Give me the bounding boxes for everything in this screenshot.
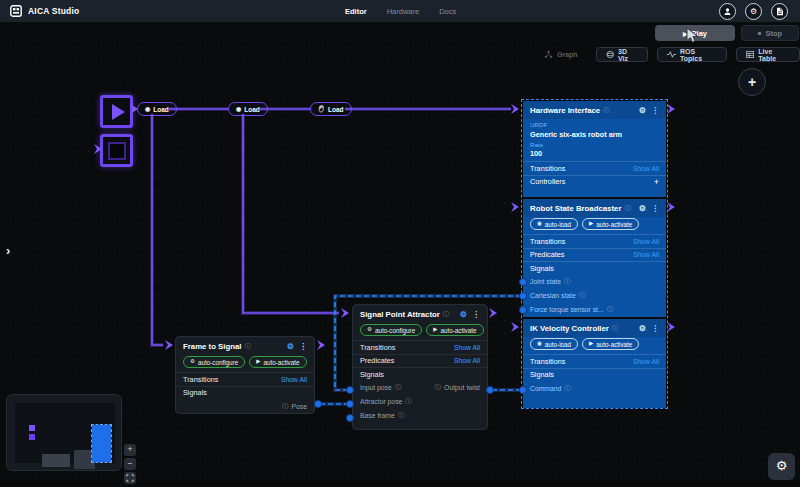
show-all-link[interactable]: Show All: [454, 357, 480, 364]
minimap[interactable]: [6, 394, 122, 471]
plus-icon: +: [748, 74, 756, 90]
auto-activate-pill[interactable]: ▶ auto-activate: [582, 338, 639, 350]
node-title: Signal Point Attractor: [360, 310, 440, 319]
pill-label: auto-activate: [263, 359, 299, 366]
logs-button[interactable]: [771, 3, 788, 20]
show-all-link[interactable]: Show All: [633, 251, 659, 258]
minimap-node: [92, 425, 111, 462]
node-settings-icon[interactable]: ⚙: [460, 310, 467, 319]
port-command[interactable]: Command ⓘ: [523, 381, 666, 395]
add-component-button[interactable]: +: [738, 68, 766, 96]
info-icon[interactable]: ⓘ: [624, 204, 631, 213]
port-cartesian-state[interactable]: Cartesian state ⓘ: [523, 289, 666, 303]
load-button-3[interactable]: Load: [310, 102, 352, 116]
live-table-button[interactable]: Live Table: [736, 47, 800, 62]
pill-label: auto-load: [545, 221, 571, 228]
field-label: URDF: [530, 121, 659, 128]
app-title: AICA Studio: [28, 6, 79, 16]
node-frame-to-signal[interactable]: Frame to Signal ⓘ ⚙ ⋮ ⚙ auto-configure ▶…: [175, 336, 315, 414]
field-value: Generic six-axis robot arm: [530, 130, 659, 139]
node-menu-icon[interactable]: ⋮: [299, 342, 307, 351]
node-hardware-interface[interactable]: Hardware Interface ⓘ ⚙ ⋮ URDF Generic si…: [523, 101, 666, 197]
play-icon: ▶: [683, 30, 688, 37]
info-icon: ⓘ: [282, 402, 289, 411]
tab-docs[interactable]: Docs: [439, 7, 456, 16]
port-force-torque[interactable]: Force torque sensor st... ⓘ: [523, 303, 666, 317]
port-row: Input pose ⓘ ⓘ Output twist: [353, 381, 487, 395]
load-button-2[interactable]: ◉ Load: [228, 102, 268, 116]
auto-activate-pill[interactable]: ▶ auto-activate: [426, 324, 483, 336]
node-menu-icon[interactable]: ⋮: [472, 310, 480, 319]
transitions-label: Transitions: [530, 357, 565, 366]
field-label: Rate: [530, 141, 659, 148]
ros-topics-button[interactable]: ROS Topics: [657, 47, 727, 62]
play-icon: ▶: [256, 359, 260, 365]
node-signal-point-attractor[interactable]: Signal Point Attractor ⓘ ⚙ ⋮ ⚙ auto-conf…: [352, 304, 488, 430]
port-joint-state[interactable]: Joint state ⓘ: [523, 275, 666, 289]
canvas-settings-button[interactable]: ⚙: [768, 453, 795, 480]
zoom-out-button[interactable]: −: [124, 458, 136, 470]
app-logo[interactable]: AICA Studio: [10, 5, 79, 17]
expand-sidebar-button[interactable]: ›: [6, 243, 10, 258]
node-menu-icon[interactable]: ⋮: [651, 204, 659, 213]
view-switcher: Graph 3D Viz ROS Topics Live Table: [535, 47, 800, 62]
signals-label: Signals: [183, 388, 207, 397]
zoom-in-button[interactable]: +: [124, 444, 136, 456]
info-icon[interactable]: ⓘ: [603, 106, 610, 115]
play-button[interactable]: ▶ Play: [655, 25, 735, 41]
auto-load-pill[interactable]: ◉ auto-load: [530, 338, 578, 350]
add-controller-button[interactable]: +: [654, 177, 659, 187]
info-icon[interactable]: ⓘ: [443, 310, 450, 319]
show-all-link[interactable]: Show All: [633, 238, 659, 245]
port-label: Joint state: [530, 278, 561, 285]
node-settings-icon[interactable]: ⚙: [639, 324, 646, 333]
urdf-field: URDF Generic six-axis robot arm: [523, 119, 666, 139]
plus-icon: +: [128, 444, 133, 454]
ros-topics-label: ROS Topics: [680, 48, 717, 62]
auto-activate-pill[interactable]: ▶ auto-activate: [249, 356, 306, 368]
fit-view-button[interactable]: [124, 472, 136, 484]
info-icon[interactable]: ⓘ: [245, 342, 252, 351]
port-attractor-pose[interactable]: Attractor pose ⓘ: [353, 395, 487, 409]
auto-activate-pill[interactable]: ▶ auto-activate: [582, 218, 639, 230]
tab-editor[interactable]: Editor: [345, 7, 367, 16]
graph-icon: [544, 50, 553, 59]
port-label: Base frame: [360, 412, 395, 419]
node-settings-icon[interactable]: ⚙: [287, 342, 294, 351]
stop-node[interactable]: [100, 134, 133, 167]
waveform-icon: [667, 50, 676, 59]
transitions-label: Transitions: [530, 237, 565, 246]
transitions-label: Transitions: [360, 343, 395, 352]
3d-viz-button[interactable]: 3D Viz: [596, 47, 648, 62]
node-settings-icon[interactable]: ⚙: [639, 106, 646, 115]
node-menu-icon[interactable]: ⋮: [651, 106, 659, 115]
node-robot-state-broadcaster[interactable]: Robot State Broadcaster ⓘ ⚙ ⋮ ◉ auto-loa…: [523, 199, 666, 317]
start-node[interactable]: [100, 95, 133, 128]
info-icon[interactable]: ⓘ: [612, 324, 619, 333]
show-all-link[interactable]: Show All: [454, 344, 480, 351]
port-input-pose[interactable]: Input pose ⓘ: [360, 383, 401, 392]
port-base-frame[interactable]: Base frame ⓘ: [353, 409, 487, 423]
show-all-link[interactable]: Show All: [633, 165, 659, 172]
show-all-link[interactable]: Show All: [281, 376, 307, 383]
graph-view-button[interactable]: Graph: [535, 47, 587, 62]
show-all-link[interactable]: Show All: [633, 358, 659, 365]
stop-button[interactable]: ■ Stop: [741, 25, 799, 41]
tab-hardware[interactable]: Hardware: [387, 7, 420, 16]
load-button-1[interactable]: ◉ Load: [137, 102, 177, 116]
info-icon: ⓘ: [395, 383, 402, 392]
field-value: 100: [530, 149, 659, 158]
account-button[interactable]: [719, 3, 736, 20]
auto-configure-pill[interactable]: ⚙ auto-configure: [360, 324, 422, 336]
port-output-twist[interactable]: ⓘ Output twist: [435, 383, 480, 392]
node-ik-velocity-controller[interactable]: IK Velocity Controller ⓘ ⚙ ⋮ ◉ auto-load…: [523, 319, 666, 408]
port-pose-output[interactable]: ⓘ Pose: [176, 399, 314, 413]
settings-button[interactable]: ⚙: [745, 3, 762, 20]
auto-configure-pill[interactable]: ⚙ auto-configure: [183, 356, 245, 368]
top-bar: AICA Studio Editor Hardware Docs ⚙: [0, 0, 800, 22]
target-icon: ◉: [145, 106, 150, 112]
node-settings-icon[interactable]: ⚙: [639, 204, 646, 213]
auto-load-pill[interactable]: ◉ auto-load: [530, 218, 578, 230]
minimap-viewport[interactable]: [15, 403, 115, 463]
node-menu-icon[interactable]: ⋮: [651, 324, 659, 333]
